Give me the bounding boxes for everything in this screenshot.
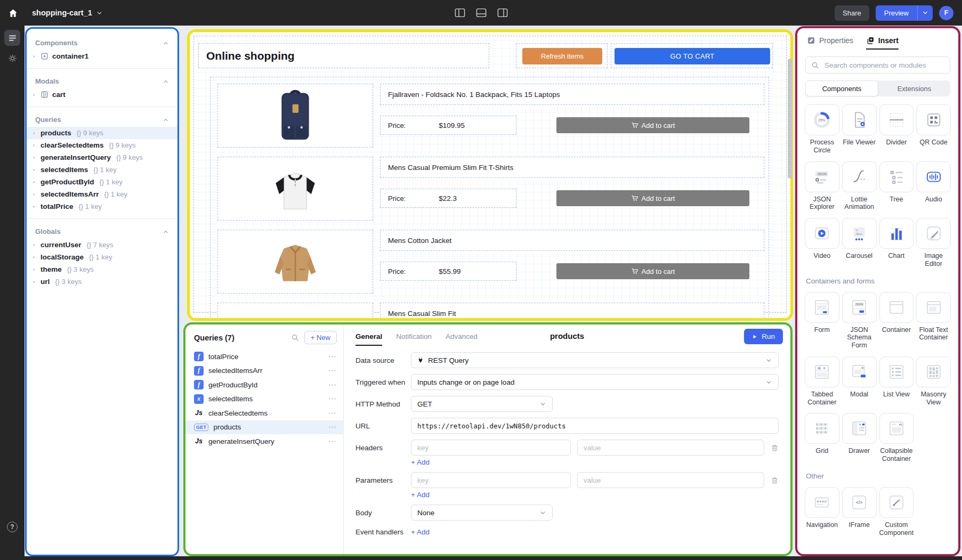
query-tree-item[interactable]: products {} 9 keys bbox=[27, 127, 177, 139]
query-tree-item[interactable]: totalPrice {} 1 key bbox=[27, 200, 177, 213]
query-tree-item[interactable]: clearSelectedtems {} 9 keys bbox=[27, 139, 177, 151]
body-select[interactable]: None bbox=[411, 505, 553, 521]
component-tile[interactable]: Lottie Animation bbox=[842, 161, 877, 212]
avatar[interactable]: F bbox=[939, 6, 953, 20]
component-tile[interactable]: Collapsible Container bbox=[879, 413, 914, 463]
product-price[interactable]: Price: $55.99 bbox=[380, 262, 516, 281]
product-price[interactable]: Price: $22.3 bbox=[380, 189, 516, 208]
trash-icon[interactable] bbox=[771, 444, 779, 452]
preview-dropdown-button[interactable] bbox=[917, 5, 933, 21]
toggle-bottom-panel-icon[interactable] bbox=[476, 8, 487, 18]
component-tile[interactable]: Navigation bbox=[805, 487, 839, 537]
component-tile[interactable]: Custom Component bbox=[879, 487, 914, 537]
query-tree-item[interactable]: getProductById {} 1 key bbox=[27, 176, 177, 188]
component-tile[interactable]: Grid bbox=[805, 413, 839, 463]
segment-extensions[interactable]: Extensions bbox=[878, 80, 950, 96]
parameter-value-input[interactable] bbox=[577, 472, 764, 488]
tab-advanced[interactable]: Advanced bbox=[446, 324, 478, 348]
product-image-box[interactable] bbox=[217, 303, 373, 318]
add-event-handler-link[interactable]: + Add bbox=[411, 528, 430, 536]
component-tile[interactable]: Video bbox=[805, 218, 839, 268]
query-tree-item[interactable]: generateInsertQuery {} 9 keys bbox=[27, 151, 177, 164]
scrollbar-thumb[interactable] bbox=[788, 59, 792, 178]
tab-insert[interactable]: Insert bbox=[866, 36, 899, 50]
more-options-icon[interactable] bbox=[328, 369, 336, 372]
share-button[interactable]: Share bbox=[835, 5, 869, 21]
add-to-cart-button[interactable]: Add to cart bbox=[556, 263, 749, 279]
product-image-box[interactable] bbox=[217, 84, 373, 148]
navigator-rail-button[interactable] bbox=[4, 30, 20, 46]
global-tree-item[interactable]: theme {} 3 keys bbox=[27, 263, 177, 275]
component-tile[interactable]: Container bbox=[879, 292, 914, 350]
app-title-menu[interactable]: shopping-cart_1 bbox=[32, 9, 103, 17]
run-query-button[interactable]: Run bbox=[744, 329, 783, 344]
more-options-icon[interactable] bbox=[328, 412, 336, 415]
http-method-select[interactable]: GET bbox=[411, 396, 553, 412]
refresh-items-button[interactable]: Refresh items bbox=[522, 48, 602, 64]
component-search-input[interactable] bbox=[823, 61, 944, 70]
trash-icon[interactable] bbox=[771, 476, 779, 484]
global-tree-item[interactable]: localStorage {} 1 key bbox=[27, 251, 177, 263]
query-list-item[interactable]: GET products bbox=[185, 420, 343, 435]
product-name[interactable]: Mens Casual Slim Fit bbox=[380, 303, 764, 318]
query-list-item[interactable]: Js clearSelectedtems bbox=[185, 406, 343, 420]
parameter-key-input[interactable] bbox=[411, 472, 571, 488]
component-tile[interactable]: Image Editor bbox=[916, 218, 951, 268]
more-options-icon[interactable] bbox=[328, 397, 336, 400]
help-button[interactable]: ? bbox=[7, 522, 18, 532]
header-value-input[interactable] bbox=[577, 440, 764, 456]
component-tile[interactable]: Audio bbox=[916, 161, 951, 212]
go-to-cart-button[interactable]: GO TO CART bbox=[615, 48, 770, 64]
collapse-section-icon[interactable] bbox=[163, 229, 169, 235]
component-tile[interactable]: Divider bbox=[879, 104, 914, 155]
segment-components[interactable]: Components bbox=[805, 80, 878, 96]
component-tile[interactable]: File Viewer bbox=[842, 104, 877, 155]
toggle-right-panel-icon[interactable] bbox=[497, 8, 508, 18]
component-tile[interactable]: Modal bbox=[842, 356, 877, 407]
add-header-link[interactable]: + Add bbox=[411, 458, 430, 466]
query-tree-item[interactable]: selectedItemsArr {} 1 key bbox=[27, 188, 177, 200]
tab-notification[interactable]: Notification bbox=[396, 324, 432, 348]
add-parameter-link[interactable]: + Add bbox=[411, 491, 430, 499]
query-list-item[interactable]: f selectedItemsArr bbox=[185, 364, 343, 378]
more-options-icon[interactable] bbox=[328, 440, 336, 443]
query-tree-item[interactable]: selectedItems {} 1 key bbox=[27, 164, 177, 176]
component-tile[interactable]: 25% Process Circle bbox=[805, 104, 839, 155]
home-button[interactable] bbox=[0, 0, 26, 26]
tab-properties[interactable]: Properties bbox=[807, 36, 853, 50]
data-source-select[interactable]: REST Query bbox=[411, 352, 779, 368]
component-tile[interactable]: Chart bbox=[879, 218, 914, 268]
query-list-item[interactable]: f getProductById bbox=[185, 378, 343, 392]
toggle-left-panel-icon[interactable] bbox=[455, 8, 465, 18]
settings-rail-button[interactable] bbox=[4, 50, 20, 66]
component-tile[interactable]: AB Tabbed Container bbox=[805, 356, 839, 407]
component-tile[interactable]: Carousel bbox=[842, 218, 877, 268]
global-tree-item[interactable]: url {} 3 keys bbox=[27, 275, 177, 288]
component-tile[interactable]: Tree bbox=[879, 161, 914, 212]
collapse-section-icon[interactable] bbox=[163, 78, 169, 85]
product-price[interactable]: Price: $109.95 bbox=[380, 116, 516, 135]
component-tile[interactable]: Float Text Container bbox=[916, 292, 951, 350]
component-tile[interactable]: </> IFrame bbox=[842, 487, 877, 537]
tree-item[interactable]: cart bbox=[27, 88, 177, 101]
url-input[interactable] bbox=[411, 418, 779, 434]
component-tile[interactable]: List View bbox=[879, 356, 914, 407]
product-image-box[interactable] bbox=[217, 157, 373, 221]
collapse-section-icon[interactable] bbox=[163, 40, 169, 46]
header-key-input[interactable] bbox=[411, 440, 571, 456]
tree-item[interactable]: container1 bbox=[27, 50, 177, 62]
triggered-when-select[interactable]: Inputs change or on page load bbox=[411, 374, 779, 390]
component-tile[interactable]: JSON JSON Explorer bbox=[805, 161, 839, 212]
search-queries-icon[interactable] bbox=[289, 331, 301, 344]
title-component[interactable]: Online shopping bbox=[198, 43, 489, 68]
more-options-icon[interactable] bbox=[328, 355, 336, 358]
collapse-section-icon[interactable] bbox=[163, 117, 169, 123]
component-tile[interactable]: Form bbox=[805, 292, 839, 350]
component-tile[interactable]: Drawer bbox=[842, 413, 877, 463]
preview-button[interactable]: Preview bbox=[876, 5, 917, 21]
canvas-surface[interactable]: Online shopping Refresh items GO TO CART… bbox=[190, 32, 790, 318]
component-tile[interactable]: QR Code bbox=[916, 104, 951, 155]
query-list-item[interactable]: f totalPrice bbox=[185, 350, 343, 364]
product-image-box[interactable] bbox=[217, 230, 373, 294]
component-tile[interactable]: Masonry View bbox=[916, 356, 951, 407]
